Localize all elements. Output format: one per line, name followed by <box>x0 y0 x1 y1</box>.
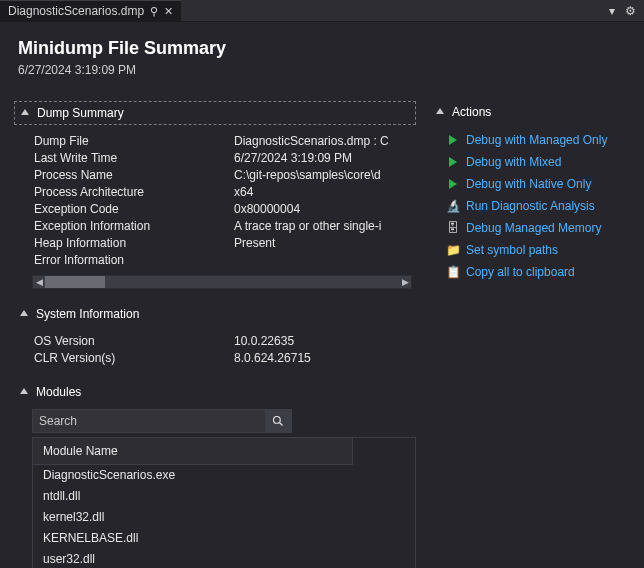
action-label: Debug with Managed Only <box>466 131 607 149</box>
copy-icon: 📋 <box>446 265 460 279</box>
play-icon <box>446 155 460 169</box>
action-play[interactable]: Debug with Mixed <box>446 153 630 171</box>
svg-line-1 <box>280 423 283 426</box>
tab-title: DiagnosticScenarios.dmp <box>8 4 144 18</box>
module-row[interactable]: user32.dll <box>33 549 415 568</box>
toolbar-dropdown-icon[interactable]: ▾ <box>609 4 615 18</box>
action-play[interactable]: Debug with Managed Only <box>446 131 630 149</box>
close-icon[interactable]: ✕ <box>164 5 173 18</box>
system-info-key: OS Version <box>34 333 234 350</box>
section-header-dump-summary[interactable]: Dump Summary <box>14 101 416 125</box>
dump-summary-row: Heap InformationPresent <box>34 235 416 252</box>
section-header-actions[interactable]: Actions <box>430 101 630 123</box>
dump-summary-value: C:\git-repos\samples\core\d <box>234 167 416 184</box>
modules-column-header[interactable]: Module Name <box>33 438 353 465</box>
search-input[interactable] <box>33 414 265 428</box>
section-title-actions: Actions <box>452 105 491 119</box>
dump-summary-key: Exception Code <box>34 201 234 218</box>
action-label: Debug with Mixed <box>466 153 561 171</box>
dump-summary-value: DiagnosticScenarios.dmp : C <box>234 133 416 150</box>
module-row[interactable]: kernel32.dll <box>33 507 415 528</box>
dump-summary-key: Process Name <box>34 167 234 184</box>
dump-summary-row: Error Information <box>34 252 416 269</box>
dump-summary-row: Process Architecturex64 <box>34 184 416 201</box>
system-info-value: 10.0.22635 <box>234 333 416 350</box>
page-subtitle: 6/27/2024 3:19:09 PM <box>18 63 626 77</box>
section-modules: Modules Module Name DiagnosticScenarios.… <box>14 381 416 568</box>
chevron-up-icon <box>436 108 444 114</box>
action-symbols[interactable]: 📁Set symbol paths <box>446 241 630 259</box>
svg-point-0 <box>274 417 281 424</box>
action-label: Debug with Native Only <box>466 175 591 193</box>
modules-table: Module Name DiagnosticScenarios.exentdll… <box>32 437 416 568</box>
dump-summary-key: Heap Information <box>34 235 234 252</box>
symbols-icon: 📁 <box>446 243 460 257</box>
module-row[interactable]: KERNELBASE.dll <box>33 528 415 549</box>
dump-summary-key: Error Information <box>34 252 234 269</box>
section-dump-summary: Dump Summary Dump FileDiagnosticScenario… <box>14 101 416 289</box>
title-block: Minidump File Summary 6/27/2024 3:19:09 … <box>0 22 644 87</box>
modules-search[interactable] <box>32 409 292 433</box>
action-diagnostic[interactable]: 🔬Run Diagnostic Analysis <box>446 197 630 215</box>
module-row[interactable]: ntdll.dll <box>33 486 415 507</box>
scroll-right-icon[interactable]: ▶ <box>399 277 411 287</box>
section-title-dump-summary: Dump Summary <box>37 106 124 120</box>
dump-summary-row: Process NameC:\git-repos\samples\core\d <box>34 167 416 184</box>
action-label: Run Diagnostic Analysis <box>466 197 595 215</box>
system-info-key: CLR Version(s) <box>34 350 234 367</box>
diagnostic-icon: 🔬 <box>446 199 460 213</box>
system-info-row: CLR Version(s)8.0.624.26715 <box>34 350 416 367</box>
action-play[interactable]: Debug with Native Only <box>446 175 630 193</box>
action-copy[interactable]: 📋Copy all to clipboard <box>446 263 630 281</box>
dump-summary-value: Present <box>234 235 416 252</box>
dump-summary-key: Last Write Time <box>34 150 234 167</box>
document-tab[interactable]: DiagnosticScenarios.dmp ⚲ ✕ <box>0 0 181 21</box>
search-icon[interactable] <box>265 410 291 432</box>
play-icon <box>446 177 460 191</box>
chevron-up-icon <box>20 310 28 316</box>
gear-icon[interactable]: ⚙ <box>625 4 636 18</box>
section-title-system-info: System Information <box>36 307 139 321</box>
horizontal-scrollbar[interactable]: ◀ ▶ <box>32 275 412 289</box>
dump-summary-value: A trace trap or other single-i <box>234 218 416 235</box>
module-row[interactable]: DiagnosticScenarios.exe <box>33 465 415 486</box>
section-title-modules: Modules <box>36 385 81 399</box>
dump-summary-value: x64 <box>234 184 416 201</box>
pin-icon[interactable]: ⚲ <box>150 5 158 18</box>
play-icon <box>446 133 460 147</box>
memory-icon: 🗄 <box>446 221 460 235</box>
scrollbar-thumb[interactable] <box>45 276 105 288</box>
dump-summary-row: Last Write Time6/27/2024 3:19:09 PM <box>34 150 416 167</box>
dump-summary-key: Process Architecture <box>34 184 234 201</box>
action-label: Set symbol paths <box>466 241 558 259</box>
scroll-left-icon[interactable]: ◀ <box>33 277 45 287</box>
section-system-information: System Information OS Version10.0.22635C… <box>14 303 416 367</box>
system-info-row: OS Version10.0.22635 <box>34 333 416 350</box>
chevron-up-icon <box>21 109 29 115</box>
action-label: Copy all to clipboard <box>466 263 575 281</box>
dump-summary-key: Dump File <box>34 133 234 150</box>
dump-summary-value: 0x80000004 <box>234 201 416 218</box>
dump-summary-row: Exception InformationA trace trap or oth… <box>34 218 416 235</box>
action-memory[interactable]: 🗄Debug Managed Memory <box>446 219 630 237</box>
page-title: Minidump File Summary <box>18 38 626 59</box>
chevron-up-icon <box>20 388 28 394</box>
system-info-value: 8.0.624.26715 <box>234 350 416 367</box>
tab-strip: DiagnosticScenarios.dmp ⚲ ✕ ▾ ⚙ <box>0 0 644 22</box>
dump-summary-value: 6/27/2024 3:19:09 PM <box>234 150 416 167</box>
section-header-system-info[interactable]: System Information <box>14 303 416 325</box>
dump-summary-value <box>234 252 416 269</box>
action-label: Debug Managed Memory <box>466 219 601 237</box>
dump-summary-key: Exception Information <box>34 218 234 235</box>
dump-summary-row: Exception Code0x80000004 <box>34 201 416 218</box>
section-header-modules[interactable]: Modules <box>14 381 416 403</box>
dump-summary-row: Dump FileDiagnosticScenarios.dmp : C <box>34 133 416 150</box>
